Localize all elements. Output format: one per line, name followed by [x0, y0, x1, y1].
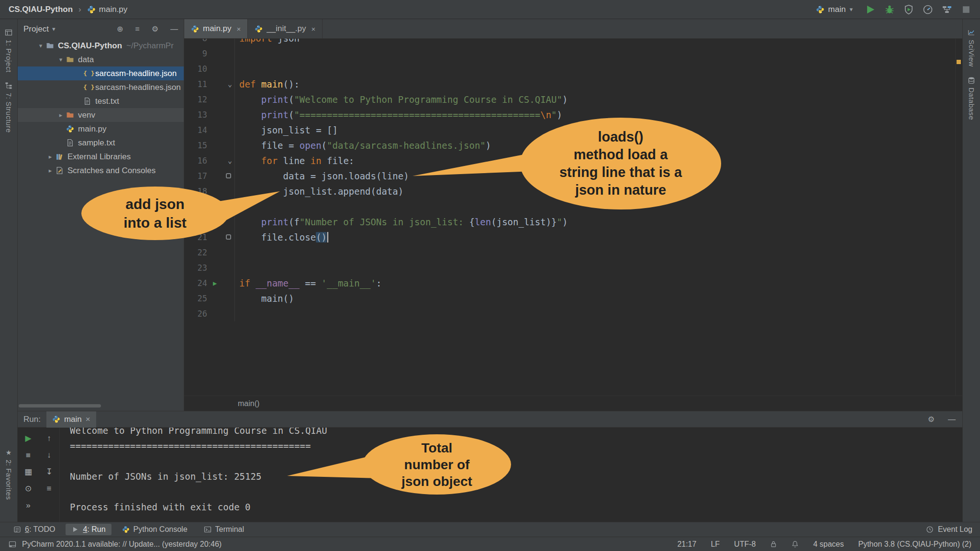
tree-item-label: sample.txt: [78, 138, 115, 148]
tree-item-main-py[interactable]: main.py: [18, 122, 184, 136]
next-occurrence-button[interactable]: ↓: [47, 451, 51, 459]
breadcrumb-function[interactable]: main(): [238, 399, 259, 408]
tab-main-py[interactable]: main.py ×: [184, 19, 248, 38]
read-only-lock-icon[interactable]: [770, 540, 777, 548]
more-options-button[interactable]: »: [26, 501, 30, 509]
toolwindow-structure-button[interactable]: 7: Structure: [0, 82, 17, 133]
hide-run-panel-button[interactable]: —: [948, 415, 956, 424]
collapse-all-button[interactable]: ≡: [135, 25, 139, 33]
expand-arrow-icon[interactable]: ▾: [37, 42, 45, 49]
breadcrumb-file[interactable]: main.py: [87, 5, 128, 14]
horizontal-scrollbar[interactable]: [19, 404, 101, 408]
code-line[interactable]: 11⌄def main():: [184, 77, 962, 92]
run-console[interactable]: Welcome to Python Programming Course in …: [60, 428, 962, 522]
code-line[interactable]: 20 print(f"Number of JSONs in json_list:…: [184, 214, 962, 230]
toolwindow-terminal-button[interactable]: Terminal: [198, 524, 250, 535]
text-cursor: [327, 232, 328, 242]
excluded-folder-icon: [66, 111, 74, 119]
run-line-icon[interactable]: ▶: [213, 276, 217, 291]
close-icon[interactable]: ×: [237, 25, 241, 33]
tree-item-project-root[interactable]: ▾ CS.QIAU-Python ~/PycharmPr: [18, 39, 184, 53]
expand-arrow-icon[interactable]: ▸: [57, 111, 65, 119]
run-tab-main[interactable]: main ×: [46, 411, 96, 428]
event-log-button[interactable]: Event Log: [926, 525, 972, 534]
toolwindow-python-console-button[interactable]: Python Console: [116, 524, 193, 535]
breadcrumb-project[interactable]: CS.QIAU-Python: [9, 5, 73, 14]
run-settings-gear-button[interactable]: ⚙: [928, 415, 935, 424]
code-area[interactable]: 8import json91011⌄def main():12 print("W…: [184, 39, 962, 396]
toolwindow-todo-button[interactable]: 6: TODO: [8, 524, 61, 535]
toolwindow-favorites-button[interactable]: ★ 2: Favorites: [0, 449, 17, 500]
hide-panel-button[interactable]: —: [170, 25, 178, 33]
run-configuration-selector[interactable]: main ▾: [812, 3, 857, 16]
toolwindow-run-button[interactable]: 4: Run: [66, 524, 111, 535]
structure-toolwindow-icon: [5, 82, 12, 89]
editor-scrollbar[interactable]: [955, 39, 962, 396]
run-toolbar: main ▾: [812, 3, 971, 16]
tree-item-test-txt[interactable]: test.txt: [18, 94, 184, 108]
profiler-button[interactable]: [923, 4, 933, 15]
bubble-text: json object: [401, 473, 472, 490]
status-clock: 21:17: [677, 540, 696, 549]
status-message[interactable]: PyCharm 2020.1.1 available: // Update...…: [22, 540, 222, 549]
tree-item-venv[interactable]: ▸ venv: [18, 108, 184, 122]
code-line[interactable]: 22: [184, 245, 962, 260]
code-line[interactable]: 24▶if __name__ == '__main__':: [184, 276, 962, 291]
close-icon[interactable]: ×: [86, 415, 90, 424]
scroll-to-end-button[interactable]: ↧: [45, 468, 52, 476]
soft-wrap-button[interactable]: ≡: [47, 485, 52, 493]
fold-icon[interactable]: ⌄: [228, 153, 232, 168]
encoding-widget[interactable]: UTF-8: [734, 540, 756, 549]
editor-breadcrumbs[interactable]: main(): [184, 396, 962, 411]
tab-init-py[interactable]: __init__.py ×: [248, 19, 323, 38]
toolwindow-sciview-button[interactable]: SciView: [963, 29, 980, 67]
error-stripe-mark[interactable]: [957, 60, 961, 64]
expand-arrow-icon[interactable]: ▸: [46, 153, 54, 160]
tree-item-external-libraries[interactable]: ▸ External Libraries: [18, 150, 184, 164]
tab-label: main.py: [203, 24, 232, 33]
fold-icon[interactable]: ⌄: [228, 77, 232, 92]
settings-gear-button[interactable]: ⚙: [152, 24, 158, 33]
stop-process-button[interactable]: ■: [26, 451, 31, 459]
project-view-selector[interactable]: Project: [23, 24, 49, 34]
chevron-down-icon[interactable]: ▾: [52, 25, 56, 33]
code-line[interactable]: 26: [184, 306, 962, 321]
toolwindow-switcher-icon[interactable]: [9, 540, 16, 548]
toolwindow-project-button[interactable]: 1: Project: [0, 29, 17, 72]
locate-file-button[interactable]: ⊕: [117, 24, 123, 33]
coverage-button[interactable]: [903, 4, 914, 15]
concurrency-diagram-button[interactable]: [942, 4, 952, 15]
rerun-button[interactable]: ▶: [25, 434, 31, 442]
code-line[interactable]: 10: [184, 61, 962, 77]
bottom-tool-bar: 6: TODO 4: Run Python Console Terminal E…: [0, 522, 980, 537]
toolwindow-database-button[interactable]: Database: [963, 77, 980, 120]
stop-button[interactable]: [961, 4, 971, 15]
pin-tab-button[interactable]: ⊙: [25, 485, 32, 493]
run-button[interactable]: [865, 4, 876, 15]
debug-button[interactable]: [884, 4, 895, 15]
code-line[interactable]: 25 main(): [184, 291, 962, 306]
code-line[interactable]: 8import json: [184, 39, 962, 46]
line-separator-widget[interactable]: LF: [711, 540, 720, 549]
tree-item-scratches[interactable]: ▸ Scratches and Consoles: [18, 164, 184, 177]
restore-layout-button[interactable]: ▦: [24, 468, 32, 476]
code-line[interactable]: 9: [184, 46, 962, 61]
code-line[interactable]: 12 print("Welcome to Python Programming …: [184, 92, 962, 107]
interpreter-widget[interactable]: Python 3.8 (CS.QIAU-Python) (2): [858, 540, 971, 549]
close-icon[interactable]: ×: [312, 25, 316, 33]
tree-item-label: Scratches and Consoles: [67, 166, 156, 176]
indent-widget[interactable]: 4 spaces: [813, 540, 844, 549]
prev-occurrence-button[interactable]: ↑: [47, 434, 51, 442]
code-line[interactable]: 23: [184, 260, 962, 276]
project-folder-icon: [46, 42, 54, 50]
tree-item-sarcasm-headlines-json[interactable]: { } sarcasm-headlines.json: [18, 80, 184, 94]
tree-item-sample-txt[interactable]: sample.txt: [18, 136, 184, 150]
run-left-toolbar: ▶ ■ ▦ ⊙ »: [18, 428, 39, 522]
expand-arrow-icon[interactable]: ▸: [46, 167, 54, 174]
tree-item-data[interactable]: ▾ data: [18, 53, 184, 66]
code-line[interactable]: 13 print("==============================…: [184, 107, 962, 122]
tree-item-sarcasm-headline-json[interactable]: { } sarcasm-headline.json: [18, 66, 184, 80]
expand-arrow-icon[interactable]: ▾: [57, 56, 65, 63]
code-line[interactable]: 21 file.close(): [184, 230, 962, 245]
notifications-bell-icon[interactable]: [791, 540, 799, 548]
